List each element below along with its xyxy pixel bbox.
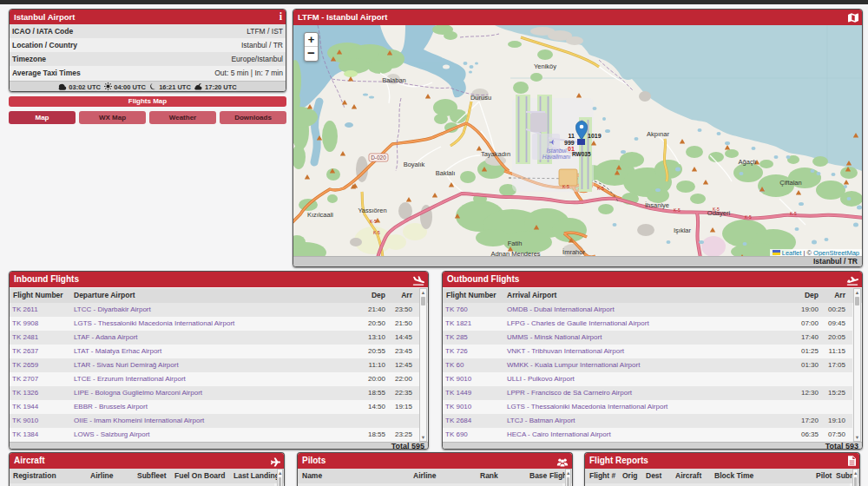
svg-text:K-5: K-5 (370, 219, 377, 224)
svg-text:K-5: K-5 (745, 214, 752, 220)
svg-text:RW035: RW035 (572, 151, 591, 157)
svg-text:K-5: K-5 (790, 211, 797, 216)
svg-text:11: 11 (569, 133, 575, 139)
svg-text:Balaban: Balaban (382, 76, 406, 84)
svg-text:Kızılcaali: Kızılcaali (307, 211, 333, 219)
svg-text:1019: 1019 (588, 133, 602, 139)
svg-text:K-5: K-5 (373, 230, 380, 235)
svg-text:K-5: K-5 (674, 207, 681, 213)
svg-text:Işıklar: Işıklar (674, 227, 692, 234)
svg-text:Tayakadın: Tayakadın (481, 150, 510, 158)
svg-text:İstanbul: İstanbul (547, 148, 567, 154)
svg-text:Boyalık: Boyalık (404, 161, 425, 168)
svg-text:999: 999 (564, 140, 575, 146)
svg-text:Akpınar: Akpınar (647, 130, 669, 138)
svg-text:D-020: D-020 (371, 154, 386, 161)
svg-text:K-5: K-5 (597, 186, 604, 191)
svg-text:Havalimanı: Havalimanı (542, 154, 571, 160)
svg-text:İmrahor: İmrahor (562, 248, 585, 256)
svg-text:Çiftalan: Çiftalan (779, 179, 801, 187)
svg-text:İhsaniye: İhsaniye (645, 201, 669, 209)
svg-text:Yassıören: Yassıören (358, 207, 386, 214)
svg-text:K-5: K-5 (713, 207, 720, 212)
svg-text:Yeniköy: Yeniköy (534, 62, 556, 70)
svg-text:Baklalı: Baklalı (436, 169, 456, 177)
svg-text:K-5: K-5 (562, 184, 569, 189)
svg-text:Durusu: Durusu (470, 94, 491, 102)
svg-text:Ağaçlı: Ağaçlı (739, 158, 757, 166)
svg-text:Fatih: Fatih (508, 240, 523, 247)
